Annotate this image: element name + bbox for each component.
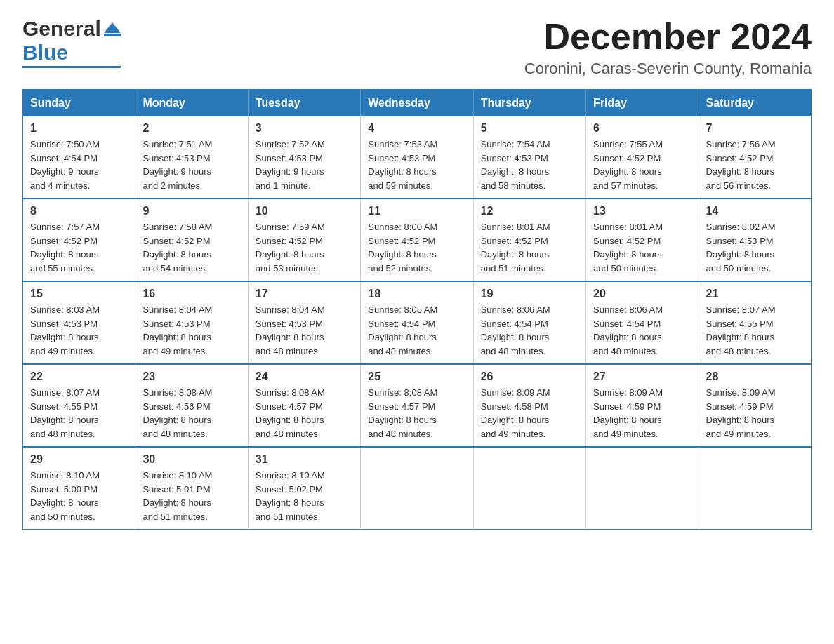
day-info: Sunrise: 8:07 AMSunset: 4:55 PMDaylight:… [706,303,804,358]
weekday-header-thursday: Thursday [473,90,585,117]
day-number: 17 [256,288,353,300]
day-number: 6 [593,122,691,135]
weekday-header-sunday: Sunday [23,90,135,117]
day-info: Sunrise: 8:08 AMSunset: 4:57 PMDaylight:… [256,386,353,441]
calendar-cell [586,447,699,530]
day-info: Sunrise: 7:54 AMSunset: 4:53 PMDaylight:… [481,137,578,192]
calendar-cell: 26 Sunrise: 8:09 AMSunset: 4:58 PMDaylig… [473,364,585,447]
day-number: 23 [143,370,240,383]
day-number: 27 [593,370,691,383]
calendar-cell: 1 Sunrise: 7:50 AMSunset: 4:54 PMDayligh… [23,116,135,199]
calendar-cell: 16 Sunrise: 8:04 AMSunset: 4:53 PMDaylig… [135,281,248,364]
calendar-week-row: 8 Sunrise: 7:57 AMSunset: 4:52 PMDayligh… [23,199,812,281]
day-number: 3 [256,122,353,135]
weekday-header-saturday: Saturday [699,90,811,117]
day-number: 7 [706,122,804,135]
day-number: 11 [368,205,465,217]
day-info: Sunrise: 8:05 AMSunset: 4:54 PMDaylight:… [368,303,465,358]
calendar-week-row: 15 Sunrise: 8:03 AMSunset: 4:53 PMDaylig… [23,281,812,364]
day-number: 25 [368,370,465,383]
day-number: 2 [143,122,240,135]
day-number: 26 [481,370,578,383]
location-title: Coronini, Caras-Severin County, Romania [524,60,812,78]
calendar-cell: 14 Sunrise: 8:02 AMSunset: 4:53 PMDaylig… [699,199,811,281]
day-info: Sunrise: 8:09 AMSunset: 4:59 PMDaylight:… [593,386,691,441]
calendar-cell: 13 Sunrise: 8:01 AMSunset: 4:52 PMDaylig… [586,199,699,281]
day-number: 1 [30,122,128,135]
calendar-week-row: 29 Sunrise: 8:10 AMSunset: 5:00 PMDaylig… [23,447,812,530]
calendar-cell: 2 Sunrise: 7:51 AMSunset: 4:53 PMDayligh… [135,116,248,199]
calendar-cell: 24 Sunrise: 8:08 AMSunset: 4:57 PMDaylig… [248,364,360,447]
day-number: 31 [256,453,353,466]
day-info: Sunrise: 8:08 AMSunset: 4:56 PMDaylight:… [143,386,240,441]
calendar-cell: 9 Sunrise: 7:58 AMSunset: 4:52 PMDayligh… [135,199,248,281]
day-number: 21 [706,288,804,300]
calendar-cell: 4 Sunrise: 7:53 AMSunset: 4:53 PMDayligh… [361,116,473,199]
day-info: Sunrise: 7:57 AMSunset: 4:52 PMDaylight:… [30,220,128,275]
logo: General Blue [22,17,121,68]
day-info: Sunrise: 8:10 AMSunset: 5:01 PMDaylight:… [143,469,240,523]
calendar-cell: 23 Sunrise: 8:08 AMSunset: 4:56 PMDaylig… [135,364,248,447]
day-number: 28 [706,370,804,383]
calendar-cell: 8 Sunrise: 7:57 AMSunset: 4:52 PMDayligh… [23,199,135,281]
weekday-header-monday: Monday [135,90,248,117]
calendar-cell: 31 Sunrise: 8:10 AMSunset: 5:02 PMDaylig… [248,447,360,530]
day-info: Sunrise: 7:55 AMSunset: 4:52 PMDaylight:… [593,137,691,192]
calendar-cell: 21 Sunrise: 8:07 AMSunset: 4:55 PMDaylig… [699,281,811,364]
day-info: Sunrise: 7:56 AMSunset: 4:52 PMDaylight:… [706,137,804,192]
day-number: 5 [481,122,578,135]
weekday-header-wednesday: Wednesday [361,90,473,117]
day-number: 8 [30,205,128,217]
weekday-header-tuesday: Tuesday [248,90,360,117]
day-number: 30 [143,453,240,466]
day-info: Sunrise: 8:06 AMSunset: 4:54 PMDaylight:… [593,303,691,358]
day-info: Sunrise: 7:51 AMSunset: 4:53 PMDaylight:… [143,137,240,192]
calendar-cell: 22 Sunrise: 8:07 AMSunset: 4:55 PMDaylig… [23,364,135,447]
day-info: Sunrise: 7:58 AMSunset: 4:52 PMDaylight:… [143,220,240,275]
calendar-cell: 28 Sunrise: 8:09 AMSunset: 4:59 PMDaylig… [699,364,811,447]
page-header: General Blue December 2024 Coronini, Car… [22,17,812,78]
calendar-cell: 27 Sunrise: 8:09 AMSunset: 4:59 PMDaylig… [586,364,699,447]
calendar-cell: 25 Sunrise: 8:08 AMSunset: 4:57 PMDaylig… [361,364,473,447]
day-info: Sunrise: 8:02 AMSunset: 4:53 PMDaylight:… [706,220,804,275]
day-info: Sunrise: 8:09 AMSunset: 4:58 PMDaylight:… [481,386,578,441]
calendar-cell [699,447,811,530]
logo-underline [22,66,121,68]
day-info: Sunrise: 8:06 AMSunset: 4:54 PMDaylight:… [481,303,578,358]
day-number: 22 [30,370,128,383]
calendar-cell: 18 Sunrise: 8:05 AMSunset: 4:54 PMDaylig… [361,281,473,364]
day-number: 12 [481,205,578,217]
day-number: 15 [30,288,128,300]
day-info: Sunrise: 8:10 AMSunset: 5:02 PMDaylight:… [256,469,353,523]
day-info: Sunrise: 8:10 AMSunset: 5:00 PMDaylight:… [30,469,128,523]
calendar-week-row: 1 Sunrise: 7:50 AMSunset: 4:54 PMDayligh… [23,116,812,199]
weekday-header-row: SundayMondayTuesdayWednesdayThursdayFrid… [23,90,812,117]
day-number: 10 [256,205,353,217]
day-info: Sunrise: 8:07 AMSunset: 4:55 PMDaylight:… [30,386,128,441]
calendar-cell: 3 Sunrise: 7:52 AMSunset: 4:53 PMDayligh… [248,116,360,199]
day-number: 9 [143,205,240,217]
day-number: 4 [368,122,465,135]
day-info: Sunrise: 8:04 AMSunset: 4:53 PMDaylight:… [143,303,240,358]
day-info: Sunrise: 8:09 AMSunset: 4:59 PMDaylight:… [706,386,804,441]
calendar-cell: 5 Sunrise: 7:54 AMSunset: 4:53 PMDayligh… [473,116,585,199]
day-number: 16 [143,288,240,300]
calendar-cell: 12 Sunrise: 8:01 AMSunset: 4:52 PMDaylig… [473,199,585,281]
day-info: Sunrise: 8:03 AMSunset: 4:53 PMDaylight:… [30,303,128,358]
calendar-cell: 7 Sunrise: 7:56 AMSunset: 4:52 PMDayligh… [699,116,811,199]
calendar-cell: 17 Sunrise: 8:04 AMSunset: 4:53 PMDaylig… [248,281,360,364]
day-number: 29 [30,453,128,466]
day-info: Sunrise: 8:04 AMSunset: 4:53 PMDaylight:… [256,303,353,358]
calendar-cell: 30 Sunrise: 8:10 AMSunset: 5:01 PMDaylig… [135,447,248,530]
calendar-cell: 6 Sunrise: 7:55 AMSunset: 4:52 PMDayligh… [586,116,699,199]
calendar-cell: 19 Sunrise: 8:06 AMSunset: 4:54 PMDaylig… [473,281,585,364]
day-info: Sunrise: 8:08 AMSunset: 4:57 PMDaylight:… [368,386,465,441]
calendar-cell: 20 Sunrise: 8:06 AMSunset: 4:54 PMDaylig… [586,281,699,364]
calendar-cell [361,447,473,530]
calendar-cell: 10 Sunrise: 7:59 AMSunset: 4:52 PMDaylig… [248,199,360,281]
day-info: Sunrise: 8:00 AMSunset: 4:52 PMDaylight:… [368,220,465,275]
month-title: December 2024 [524,17,812,57]
calendar-cell [473,447,585,530]
day-info: Sunrise: 8:01 AMSunset: 4:52 PMDaylight:… [593,220,691,275]
day-number: 24 [256,370,353,383]
